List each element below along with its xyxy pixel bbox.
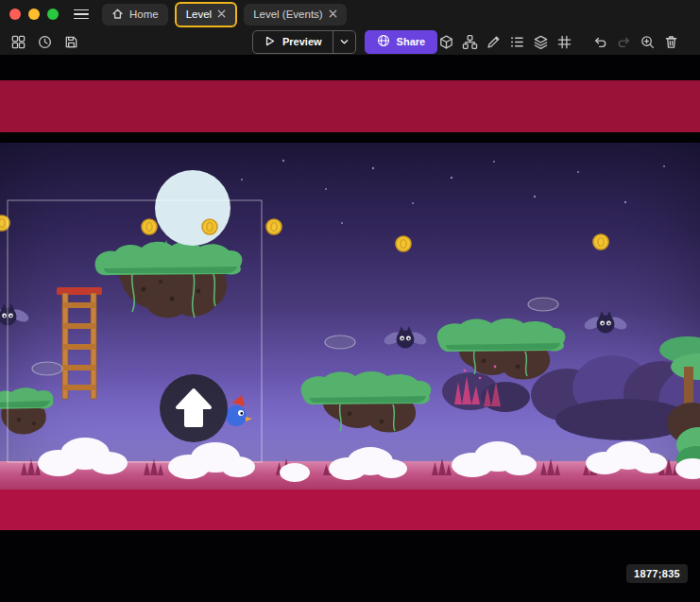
stars: [241, 160, 665, 224]
hidden-object-ellipse[interactable]: [528, 298, 558, 311]
moon-circle[interactable]: [155, 170, 230, 246]
hidden-object-ellipse[interactable]: [32, 362, 62, 375]
globe-icon: [377, 34, 390, 49]
instances-icon[interactable]: [461, 33, 479, 51]
home-icon: [111, 8, 124, 22]
maximize-window-button[interactable]: [47, 9, 59, 20]
coin[interactable]: [142, 219, 157, 234]
player-character[interactable]: [226, 395, 252, 426]
close-tab-icon[interactable]: [217, 9, 226, 20]
coin[interactable]: [266, 219, 282, 234]
toolbar-left-group: [9, 33, 80, 51]
preview-dropdown-button[interactable]: [333, 31, 355, 53]
ladder[interactable]: [57, 287, 102, 399]
titlebar: Home Level Level (Events): [0, 0, 700, 28]
jump-button-overlay[interactable]: [160, 374, 228, 442]
redo-icon[interactable]: [615, 33, 633, 51]
coin[interactable]: [396, 236, 411, 251]
share-label: Share: [397, 36, 426, 47]
tab-label: Level (Events): [253, 9, 323, 20]
toolbar-right-group: [437, 33, 700, 51]
preview-button-group: Preview: [252, 30, 356, 54]
hidden-object-ellipse[interactable]: [325, 335, 355, 349]
cursor-coordinates-badge: 1877;835: [626, 564, 688, 583]
coin[interactable]: [593, 234, 608, 249]
clouds[interactable]: [38, 438, 700, 482]
properties-list-icon[interactable]: [508, 33, 526, 51]
close-tab-icon[interactable]: [329, 9, 337, 20]
project-manager-icon[interactable]: [9, 33, 27, 51]
share-button[interactable]: Share: [365, 30, 438, 54]
save-icon[interactable]: [62, 33, 80, 51]
floating-island-large[interactable]: [95, 240, 243, 318]
tab-label: Home: [129, 9, 159, 20]
trash-icon[interactable]: [662, 33, 680, 51]
layers-icon[interactable]: [532, 33, 550, 51]
hamburger-menu-icon[interactable]: [74, 7, 89, 22]
preview-button[interactable]: Preview: [253, 31, 333, 53]
pencil-icon[interactable]: [485, 33, 503, 51]
minimize-window-button[interactable]: [28, 9, 40, 20]
scene-editor-canvas[interactable]: 1877;835: [0, 55, 700, 602]
bat-enemy[interactable]: [0, 303, 30, 326]
zoom-in-icon[interactable]: [639, 33, 657, 51]
grid-icon[interactable]: [555, 33, 573, 51]
preview-label: Preview: [282, 36, 322, 47]
toolbar: Preview Share: [0, 28, 700, 55]
play-icon: [264, 35, 276, 49]
close-window-button[interactable]: [9, 9, 21, 20]
tab-level[interactable]: Level: [175, 2, 238, 27]
chevron-down-icon: [340, 39, 349, 45]
coin[interactable]: [202, 219, 217, 234]
tab-label: Level: [186, 9, 213, 20]
floating-island-right[interactable]: [437, 318, 566, 379]
history-icon[interactable]: [36, 33, 54, 51]
window-controls: [9, 9, 59, 20]
tab-bar: Home Level Level (Events): [102, 0, 347, 28]
floating-island-mid[interactable]: [301, 371, 432, 432]
bat-enemy[interactable]: [383, 326, 429, 349]
bat-enemy[interactable]: [583, 311, 629, 334]
cube-3d-icon[interactable]: [437, 33, 455, 51]
tab-level-events[interactable]: Level (Events): [244, 4, 347, 26]
undo-icon[interactable]: [591, 33, 609, 51]
tab-home[interactable]: Home: [102, 4, 168, 26]
app-window: Home Level Level (Events): [0, 0, 700, 602]
